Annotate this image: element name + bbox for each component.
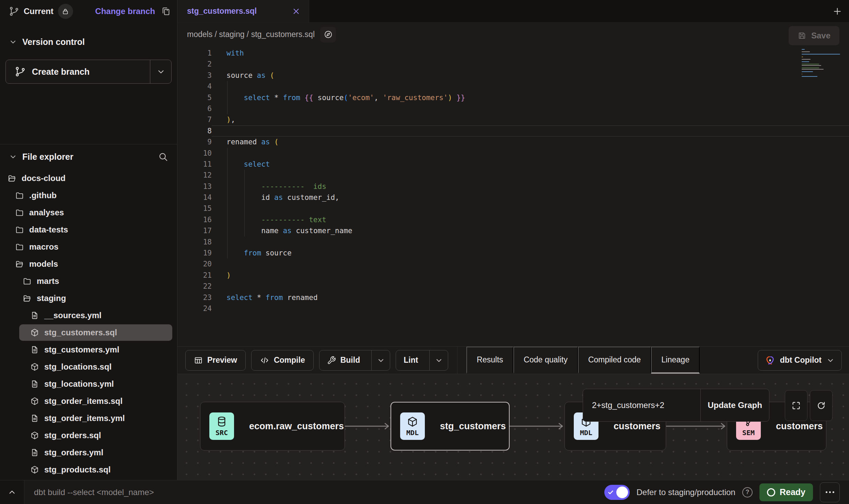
- code-line-13[interactable]: 13 ---------- ids: [177, 181, 849, 192]
- tree-item-stg-locations-yml[interactable]: stg_locations.yml: [0, 375, 177, 393]
- minimap-line: [802, 71, 813, 72]
- version-control-header[interactable]: Version control: [0, 31, 177, 53]
- code-line-10[interactable]: 10: [177, 148, 849, 159]
- lineage-edge-arrow: [666, 422, 727, 431]
- refresh-button[interactable]: [810, 390, 833, 421]
- lint-dropdown[interactable]: [429, 350, 448, 370]
- line-number: 9: [177, 136, 212, 147]
- code-line-21[interactable]: 21): [177, 270, 849, 281]
- code-line-16[interactable]: 16 ---------- text: [177, 214, 849, 225]
- panel-tab-code-quality[interactable]: Code quality: [513, 347, 578, 374]
- indent-guide: [227, 181, 228, 192]
- code-line-content: [212, 148, 849, 159]
- panel-tab-results[interactable]: Results: [466, 347, 513, 374]
- lineage-selector-input[interactable]: 2+stg_customers+2: [583, 389, 700, 421]
- more-options-button[interactable]: [820, 482, 840, 502]
- lineage-node-stg-customers[interactable]: MDLstg_customers: [391, 402, 510, 451]
- tree-item-models[interactable]: models: [0, 255, 177, 273]
- code-line-6[interactable]: 6: [177, 103, 849, 114]
- status-circle-icon: [767, 488, 775, 496]
- code-line-4[interactable]: 4: [177, 81, 849, 92]
- code-line-7[interactable]: 7),: [177, 114, 849, 125]
- code-line-20[interactable]: 20: [177, 259, 849, 269]
- build-dropdown[interactable]: [371, 350, 390, 370]
- panel-tab-compiled-code[interactable]: Compiled code: [578, 347, 651, 374]
- code-line-15[interactable]: 15: [177, 203, 849, 214]
- code-line-1[interactable]: 1with: [177, 48, 849, 59]
- create-branch-dropdown[interactable]: [150, 60, 171, 83]
- code-line-23[interactable]: 23select * from renamed: [177, 292, 849, 303]
- tree-item-label: docs-cloud: [22, 173, 66, 183]
- file-explorer-header[interactable]: File explorer: [0, 144, 177, 169]
- tab-stg-customers-sql[interactable]: stg_customers.sql: [177, 0, 309, 22]
- model-icon: [30, 328, 39, 337]
- code-line-content: id as customer_id,: [212, 192, 849, 203]
- code-line-11[interactable]: 11 select: [177, 159, 849, 170]
- lint-button[interactable]: Lint: [396, 350, 448, 371]
- tree-item-marts[interactable]: marts: [0, 273, 177, 290]
- code-line-5[interactable]: 5 select * from {{ source('ecom', 'raw_c…: [177, 92, 849, 103]
- preview-button[interactable]: Preview: [185, 350, 246, 371]
- panel-tab-lineage[interactable]: Lineage: [651, 347, 700, 374]
- tree-item-data-tests[interactable]: data-tests: [0, 221, 177, 238]
- tree-item-stg-locations-sql[interactable]: stg_locations.sql: [0, 358, 177, 375]
- ready-status-button[interactable]: Ready: [759, 483, 813, 501]
- new-tab-button[interactable]: [831, 5, 844, 17]
- command-bar-expand-button[interactable]: [0, 480, 24, 504]
- minimap-line: [802, 54, 840, 55]
- code-line-content: ---------- text: [212, 214, 849, 225]
- search-icon[interactable]: [158, 152, 168, 162]
- code-line-19[interactable]: 19 from source: [177, 248, 849, 259]
- lineage-graph[interactable]: 2+stg_customers+2 Update Graph SRCecom.r…: [177, 374, 849, 480]
- tree-item--sources-yml[interactable]: __sources.yml: [0, 307, 177, 324]
- defer-toggle[interactable]: [604, 485, 630, 500]
- code-line-content: [212, 303, 849, 314]
- create-branch-button[interactable]: Create branch: [5, 60, 172, 84]
- build-button[interactable]: Build: [319, 350, 391, 371]
- save-button[interactable]: Save: [789, 26, 839, 45]
- tree-item-stg-order-items-sql[interactable]: stg_order_items.sql: [0, 393, 177, 410]
- copilot-compass-button[interactable]: [320, 27, 336, 43]
- tree-item--github[interactable]: .github: [0, 187, 177, 204]
- code-line-content: select * from renamed: [212, 292, 849, 303]
- code-line-17[interactable]: 17 name as customer_name: [177, 225, 849, 236]
- code-line-3[interactable]: 3source as (: [177, 70, 849, 81]
- code-line-14[interactable]: 14 id as customer_id,: [177, 192, 849, 203]
- tree-item-analyses[interactable]: analyses: [0, 204, 177, 221]
- copy-icon[interactable]: [161, 6, 171, 16]
- change-branch-link[interactable]: Change branch: [95, 7, 155, 16]
- dbt-copilot-button[interactable]: dbt Copilot: [758, 350, 842, 371]
- command-input[interactable]: dbt build --select <model_name>: [34, 488, 154, 497]
- code-line-9[interactable]: 9renamed as (: [177, 136, 849, 147]
- fullscreen-button[interactable]: [785, 390, 807, 421]
- help-icon[interactable]: ?: [742, 487, 753, 497]
- tree-item-stg-customers-sql[interactable]: stg_customers.sql: [0, 324, 177, 341]
- line-number: 7: [177, 114, 212, 125]
- tree-item-stg-orders-sql[interactable]: stg_orders.sql: [0, 427, 177, 444]
- code-line-18[interactable]: 18: [177, 237, 849, 248]
- line-number: 22: [177, 281, 212, 292]
- code-editor[interactable]: 1with23source as (45 select * from {{ so…: [177, 46, 849, 346]
- tree-item-stg-customers-yml[interactable]: stg_customers.yml: [0, 341, 177, 358]
- command-bar[interactable]: dbt build --select <model_name> Defer to…: [24, 480, 849, 504]
- update-graph-button[interactable]: Update Graph: [700, 389, 769, 421]
- minimap[interactable]: [802, 49, 840, 79]
- code-line-2[interactable]: 2: [177, 59, 849, 70]
- code-line-8[interactable]: 8: [177, 125, 849, 136]
- code-line-22[interactable]: 22: [177, 281, 849, 292]
- compile-button[interactable]: Compile: [251, 350, 314, 371]
- git-branch-icon: [15, 66, 26, 77]
- tree-item-docs-cloud[interactable]: docs-cloud: [0, 170, 177, 187]
- code-line-24[interactable]: 24: [177, 303, 849, 314]
- build-label: Build: [340, 356, 360, 365]
- tree-item-stg-orders-yml[interactable]: stg_orders.yml: [0, 444, 177, 461]
- lineage-node-ecom-raw-customers[interactable]: SRCecom.raw_customers: [200, 402, 345, 451]
- minimap-line: [802, 64, 819, 64]
- code-line-12[interactable]: 12: [177, 170, 849, 181]
- tree-item-macros[interactable]: macros: [0, 238, 177, 255]
- tree-item-stg-products-sql[interactable]: stg_products.sql: [0, 461, 177, 478]
- tree-item-stg-order-items-yml[interactable]: stg_order_items.yml: [0, 410, 177, 427]
- lineage-edge-arrow: [345, 422, 391, 431]
- tree-item-staging[interactable]: staging: [0, 290, 177, 307]
- close-tab-icon[interactable]: [292, 7, 301, 16]
